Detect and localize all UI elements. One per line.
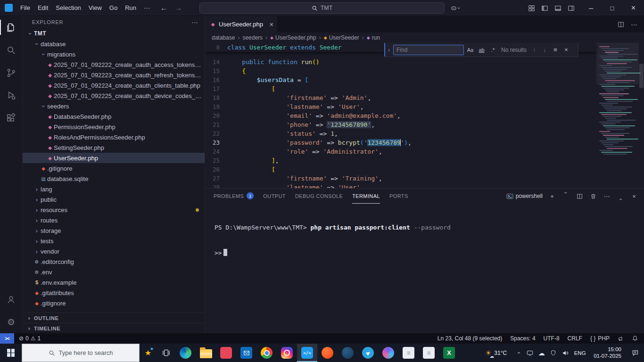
tree-folder-database[interactable]: ›database (23, 39, 205, 49)
onedrive-tray-icon[interactable]: ☁ (536, 344, 547, 362)
taskbar-app-app-light-2[interactable]: ≡ (419, 344, 439, 362)
status-eol[interactable]: CRLF (568, 335, 582, 342)
window-maximize-button[interactable]: □ (602, 0, 623, 16)
find-previous-button[interactable]: ↑ (530, 46, 539, 53)
tab-close-icon[interactable]: × (270, 21, 273, 28)
weather-widget[interactable]: ☀☁ 31°C (479, 344, 512, 362)
search-highlights-button[interactable]: ★★ (140, 344, 157, 362)
line-number[interactable]: 20 (205, 111, 227, 120)
code-line-28[interactable]: 28 'lastname' => 'User', (205, 183, 596, 188)
status-indentation[interactable]: Spaces: 4 (510, 335, 535, 342)
line-number[interactable]: 14 (205, 58, 227, 66)
taskbar-app-telegram[interactable]: ▶ (358, 344, 378, 362)
taskbar-app-excel[interactable]: X (439, 344, 459, 362)
tree-file-env[interactable]: ⚙.env (23, 267, 205, 277)
find-close-button[interactable]: × (561, 46, 571, 53)
taskbar-app-edge[interactable] (175, 344, 196, 362)
code-editor[interactable]: 8 class UserSeeder extends Seeder 14 pub… (205, 43, 644, 188)
window-close-button[interactable]: × (623, 0, 644, 16)
code-line-17[interactable]: 17 [ (205, 84, 596, 93)
tree-file-gitattributes[interactable]: ◆.gitattributes (23, 288, 205, 298)
activity-source-control[interactable] (0, 61, 22, 84)
line-number[interactable]: 28 (205, 183, 227, 188)
line-number[interactable]: 26 (205, 165, 227, 174)
regex-button[interactable]: .* (488, 45, 498, 55)
code-line-18[interactable]: 18 'firstname' => 'Admin', (205, 93, 596, 102)
taskbar-app-file-explorer[interactable] (196, 344, 216, 362)
taskbar-app-brave[interactable] (317, 344, 338, 362)
section-outline[interactable]: ›OUTLINE (23, 313, 205, 323)
taskbar-app-browser[interactable] (378, 344, 398, 362)
panel-tab-problems[interactable]: PROBLEMS1 (214, 189, 254, 204)
code-line-24[interactable]: 24 'role' => 'Administrator', (205, 147, 596, 156)
line-number[interactable]: 19 (205, 102, 227, 111)
tree-file-databaseseeder-php[interactable]: ◆DatabaseSeeder.php (23, 111, 205, 122)
panel-tab-ports[interactable]: PORTS (389, 189, 408, 204)
tree-file-editorconfig[interactable]: ⚙.editorconfig (23, 256, 205, 267)
taskbar-app-app-red[interactable] (216, 344, 236, 362)
code-line-19[interactable]: 19 'lastname' => 'User', (205, 102, 596, 111)
tree-file-2025-07-01-092223-create-oauth-refresh-tokens-table-php[interactable]: ◆2025_07_01_092223_create_oauth_refresh_… (23, 70, 205, 80)
language-indicator[interactable]: ENG (571, 344, 589, 362)
minimap[interactable] (596, 43, 639, 188)
tree-folder-resources[interactable]: ›resources (23, 205, 205, 215)
split-terminal-button[interactable] (575, 193, 584, 199)
kill-terminal-button[interactable] (589, 193, 597, 199)
code-line-15[interactable]: 15 { (205, 66, 596, 75)
toggle-replace-chevron-icon[interactable]: › (386, 47, 392, 53)
panel-tab-terminal[interactable]: TERMINAL (352, 189, 380, 204)
line-number[interactable]: 17 (205, 84, 227, 93)
display-tray-icon[interactable] (524, 344, 536, 362)
editor-more-button[interactable]: ⋯ (631, 21, 637, 28)
tree-file-env-example[interactable]: $.env.example (23, 277, 205, 288)
activity-settings[interactable]: ⚙ (0, 311, 22, 333)
line-number[interactable]: 24 (205, 147, 227, 156)
editor-scrollbar[interactable] (639, 64, 644, 88)
status-cursor-position[interactable]: Ln 23, Col 48 (9 selected) (438, 335, 502, 342)
whole-word-button[interactable]: ab (477, 45, 487, 55)
menu-go[interactable]: Go (106, 3, 121, 13)
split-editor-button[interactable] (618, 21, 624, 28)
tree-file-2025-07-01-092222-create-oauth-access-tokens-table-php[interactable]: ◆2025_07_01_092222_create_oauth_access_t… (23, 59, 205, 70)
tree-file-userseeder-php[interactable]: ◆UserSeeder.php (23, 153, 205, 163)
tree-folder-lang[interactable]: ›lang (23, 184, 205, 194)
line-number[interactable]: 16 (205, 75, 227, 84)
panel-tab-output[interactable]: OUTPUT (263, 189, 286, 204)
match-case-button[interactable]: Aa (465, 45, 475, 55)
start-button[interactable] (0, 344, 22, 362)
tree-folder-routes[interactable]: ›routes (23, 215, 205, 225)
code-line-25[interactable]: 25 ], (205, 156, 596, 165)
tree-folder-seeders[interactable]: ›seeders (23, 101, 205, 111)
copilot-menu[interactable]: › (450, 0, 460, 16)
tree-file-2025-07-01-092224-create-oauth-clients-table-php[interactable]: ◆2025_07_01_092224_create_oauth_clients_… (23, 80, 205, 90)
tree-folder-migrations[interactable]: ›migrations (23, 49, 205, 59)
taskbar-search[interactable]: Type here to search (22, 344, 140, 362)
activity-accounts[interactable] (0, 288, 22, 311)
find-input[interactable] (393, 45, 464, 55)
security-tray-icon[interactable] (547, 344, 559, 362)
line-number[interactable]: 25 (205, 156, 227, 165)
taskbar-app-app-light[interactable]: ≡ (398, 344, 419, 362)
taskbar-app-chrome[interactable] (256, 344, 277, 362)
find-in-selection-button[interactable]: ≡ (551, 46, 560, 53)
tree-file-gitignore[interactable]: ◆.gitignore (23, 163, 205, 173)
line-number[interactable]: 15 (205, 66, 227, 75)
menu-selection[interactable]: Selection (52, 3, 84, 13)
tree-file-permissionseeder-php[interactable]: ◆PermissionSeeder.php (23, 122, 205, 132)
code-line-20[interactable]: 20 'email' => 'admin@example.com', (205, 111, 596, 120)
tray-expand-chevron[interactable]: › (512, 344, 524, 362)
code-line-14[interactable]: 14 public function run() (205, 58, 596, 66)
taskbar-app-instagram[interactable] (277, 344, 297, 362)
breadcrumb-run[interactable]: ◆run (367, 34, 380, 41)
explorer-more-button[interactable]: ··· (191, 18, 198, 26)
tree-folder-tmt[interactable]: ›TMT (23, 28, 205, 39)
tree-file-item[interactable]: ◆ (23, 308, 205, 313)
toggle-secondary-sidebar-button[interactable] (564, 1, 578, 15)
toggle-panel-button[interactable] (551, 1, 564, 15)
maximize-panel-chevron-icon[interactable]: › (617, 192, 624, 200)
line-number[interactable]: 18 (205, 93, 227, 102)
menu-file[interactable]: File (17, 3, 34, 13)
breadcrumb-userseeder-php[interactable]: ◆UserSeeder.php (270, 34, 316, 41)
problems-status[interactable]: ⊘0 ⚠1 (14, 335, 45, 342)
taskbar-app-app-navy[interactable] (338, 344, 358, 362)
